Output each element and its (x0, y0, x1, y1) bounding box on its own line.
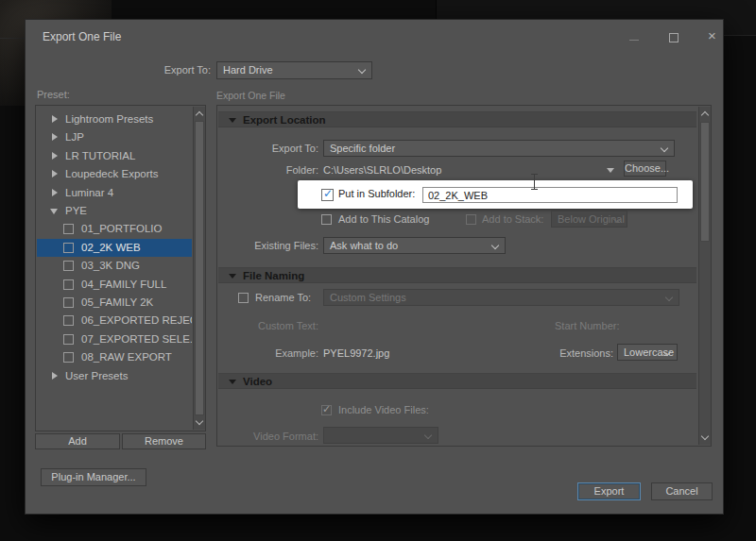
preset-checkbox[interactable] (63, 261, 74, 271)
preset-label: 06_EXPORTED REJEC... (81, 314, 192, 326)
export-to-folder-label: Export To: (217, 143, 318, 154)
remove-preset-button[interactable]: Remove (122, 433, 206, 449)
scrollbar-thumb[interactable] (700, 122, 710, 242)
expand-arrow-icon[interactable] (52, 170, 58, 178)
settings-panel: Export Location Export To: Specific fold… (216, 105, 712, 447)
folder-history-dropdown-icon[interactable] (607, 168, 614, 173)
rename-template-select: Custom Settings (323, 289, 679, 306)
section-export-location[interactable]: Export Location (218, 111, 696, 127)
preset-item-04-family-full[interactable]: 04_FAMILY FULL (37, 276, 192, 294)
plugin-manager-button[interactable]: Plug-in Manager... (41, 468, 146, 486)
maximize-icon (669, 33, 679, 42)
preset-label: Luminar 4 (65, 187, 113, 198)
existing-files-select[interactable]: Ask what to do (323, 237, 506, 254)
export-to-label: Export To: (111, 64, 211, 76)
title-bar[interactable]: Export One File × (26, 20, 723, 54)
chevron-down-icon (424, 431, 432, 439)
section-file-naming[interactable]: File Naming (218, 267, 696, 283)
scroll-down-icon[interactable] (196, 417, 203, 425)
preset-label: 07_EXPORTED SELE... (81, 333, 192, 345)
maximize-button[interactable] (661, 25, 687, 48)
preset-folder-ljp[interactable]: LJP (37, 128, 192, 146)
minimize-button[interactable] (621, 25, 647, 48)
subfolder-name-input[interactable] (422, 187, 678, 203)
minimize-icon (629, 40, 639, 41)
preset-item-06-exported-rejec[interactable]: 06_EXPORTED REJEC... (37, 312, 192, 330)
scroll-down-icon[interactable] (701, 432, 709, 440)
preset-label: Loupedeck Exports (65, 168, 158, 179)
preset-item-05-family-2k[interactable]: 05_FAMILY 2K (37, 294, 192, 312)
preset-label: 01_PORTFOLIO (81, 223, 162, 234)
close-icon: × (708, 27, 716, 43)
scrollbar-thumb[interactable] (195, 121, 204, 415)
collapse-arrow-icon[interactable] (50, 209, 58, 214)
collapse-arrow-icon (229, 274, 236, 279)
dialog-title: Export One File (43, 30, 121, 43)
rename-to-label: Rename To: (255, 292, 311, 303)
preset-item-07-exported-sele[interactable]: 07_EXPORTED SELE... (37, 330, 192, 348)
add-to-catalog-checkbox[interactable] (321, 214, 332, 225)
example-filename: PYEL9972.jpg (323, 347, 389, 359)
export-to-folder-select[interactable]: Specific folder (323, 140, 675, 157)
preset-checkbox[interactable] (63, 224, 74, 234)
expand-arrow-icon[interactable] (52, 372, 58, 380)
preset-tree: Lightroom PresetsLJPLR TUTORIALLoupedeck… (37, 106, 192, 430)
put-in-subfolder-checkbox[interactable] (321, 189, 334, 201)
preset-item-01-portfolio[interactable]: 01_PORTFOLIO (37, 220, 192, 238)
section-video[interactable]: Video (218, 373, 696, 389)
expand-arrow-icon[interactable] (52, 115, 58, 123)
preset-folder-user-presets[interactable]: User Presets (37, 367, 192, 385)
example-label: Example: (217, 347, 318, 359)
export-button[interactable]: Export (577, 482, 641, 500)
preset-item-03-3k-dng[interactable]: 03_3K DNG (37, 257, 192, 275)
scroll-up-icon[interactable] (196, 111, 203, 119)
export-dialog: Export One File × Export To: Hard Drive … (25, 19, 724, 515)
preset-checkbox[interactable] (63, 279, 74, 290)
expand-arrow-icon[interactable] (52, 152, 58, 160)
close-button[interactable]: × (701, 25, 728, 48)
preset-item-02-2k-web[interactable]: 02_2K WEB (37, 239, 192, 257)
expand-arrow-icon[interactable] (52, 133, 58, 141)
preset-checkbox[interactable] (63, 334, 74, 345)
preset-folder-lightroom-presets[interactable]: Lightroom Presets (37, 110, 192, 128)
preset-checkbox[interactable] (63, 352, 74, 363)
preset-folder-luminar-4[interactable]: Luminar 4 (37, 184, 192, 202)
add-to-catalog-label: Add to This Catalog (338, 213, 429, 225)
existing-files-value: Ask what to do (330, 240, 398, 251)
preset-item-08-raw-export[interactable]: 08_RAW EXPORT (37, 348, 192, 366)
choose-folder-button[interactable]: Choose... (624, 161, 666, 177)
existing-files-label: Existing Files: (217, 240, 318, 251)
cancel-button[interactable]: Cancel (651, 482, 713, 500)
preset-panel: Lightroom PresetsLJPLR TUTORIALLoupedeck… (35, 105, 206, 431)
preset-checkbox[interactable] (63, 243, 74, 253)
preset-scrollbar[interactable] (193, 107, 205, 430)
include-video-checkbox (321, 405, 332, 415)
add-to-stack-checkbox (466, 214, 476, 225)
preset-folder-lr-tutorial[interactable]: LR TUTORIAL (37, 147, 192, 165)
preset-label: 03_3K DNG (81, 260, 140, 271)
preset-label: 02_2K WEB (81, 242, 141, 253)
preset-checkbox[interactable] (63, 297, 74, 308)
add-to-stack-label: Add to Stack: (482, 213, 543, 225)
preset-label: PYE (65, 205, 87, 216)
preset-folder-pye[interactable]: PYE (37, 202, 192, 220)
section-title: Video (243, 376, 272, 387)
settings-scrollbar[interactable] (698, 107, 711, 445)
scroll-up-icon[interactable] (701, 111, 709, 119)
preset-checkbox[interactable] (63, 315, 74, 326)
collapse-arrow-icon (229, 380, 236, 384)
export-destination-select[interactable]: Hard Drive (216, 61, 372, 79)
section-title: File Naming (243, 270, 304, 281)
collapse-arrow-icon (229, 118, 236, 123)
preset-folder-loupedeck-exports[interactable]: Loupedeck Exports (37, 165, 192, 183)
extensions-select[interactable]: Lowercase (617, 344, 678, 361)
preset-label: 08_RAW EXPORT (81, 351, 172, 363)
expand-arrow-icon[interactable] (52, 189, 58, 196)
chevron-down-icon (491, 242, 499, 249)
put-in-subfolder-label: Put in Subfolder: (338, 188, 415, 199)
add-preset-button[interactable]: Add (35, 433, 120, 449)
section-title: Export Location (243, 114, 326, 126)
include-video-label: Include Video Files: (338, 404, 429, 415)
rename-to-checkbox[interactable] (238, 293, 249, 303)
preset-label: 05_FAMILY 2K (81, 296, 153, 308)
